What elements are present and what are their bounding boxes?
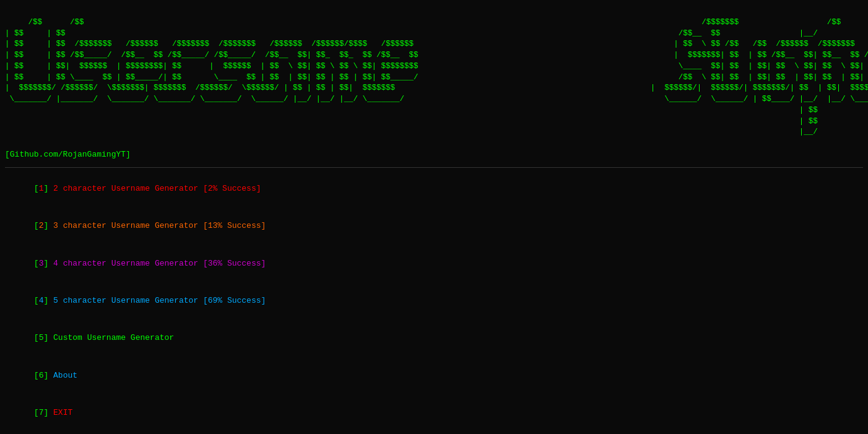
menu-section: [1] 2 character Username Generator [2% S…	[5, 170, 863, 432]
bracket-4: [	[34, 296, 39, 305]
bracket-2: [	[34, 221, 39, 230]
bracket-1: [	[34, 184, 39, 193]
github-link: [Github.com/RojanGamingYT]	[5, 149, 863, 161]
menu-item-2[interactable]: [2] 3 character Username Generator [13% …	[5, 207, 863, 245]
bracket-3: [	[34, 259, 39, 268]
terminal-window: /$$ /$$ /$$$$$$$ /$$ | $$ | $$	[0, 0, 868, 434]
success-1: [2% Success]	[203, 184, 261, 193]
label-2: 3 character Username Generator	[48, 221, 203, 230]
label-4: 5 character Username Generator	[48, 296, 203, 305]
success-3: [36% Success]	[203, 259, 266, 268]
label-6: About	[48, 371, 77, 380]
success-2: [13% Success]	[203, 221, 266, 230]
menu-item-6[interactable]: [6] About	[5, 357, 863, 394]
ascii-art-banner: /$$ /$$ /$$$$$$$ /$$ | $$ | $$	[5, 6, 863, 149]
menu-item-7[interactable]: [7] EXIT	[5, 394, 863, 432]
bracket-6: [	[34, 371, 39, 380]
menu-item-4[interactable]: [4] 5 character Username Generator [69% …	[5, 282, 863, 319]
menu-item-5[interactable]: [5] Custom Username Generator	[5, 319, 863, 357]
bracket-5: [	[34, 333, 39, 342]
menu-item-1[interactable]: [1] 2 character Username Generator [2% S…	[5, 170, 863, 207]
label-3: 4 character Username Generator	[48, 259, 203, 268]
success-4: [69% Success]	[203, 296, 266, 305]
label-5: Custom Username Generator	[48, 333, 174, 342]
top-divider	[5, 167, 863, 168]
menu-item-3[interactable]: [3] 4 character Username Generator [36% …	[5, 245, 863, 282]
bracket-7: [	[34, 408, 39, 417]
ascii-line-1: /$$ /$$ /$$$$$$$ /$$ | $$ | $$	[5, 18, 868, 137]
label-7: EXIT	[48, 408, 72, 417]
label-1: 2 character Username Generator	[48, 184, 203, 193]
